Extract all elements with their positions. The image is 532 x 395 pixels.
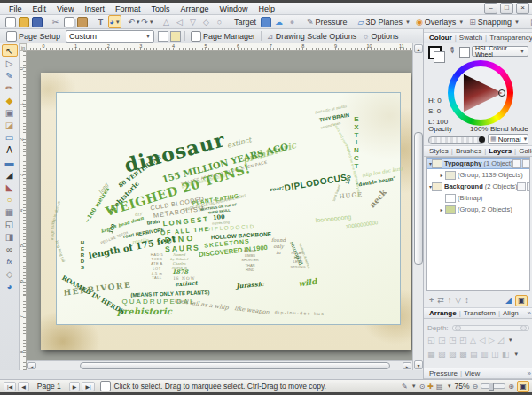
fill-tool[interactable]: ◣	[2, 181, 18, 193]
minimize-button[interactable]: –	[484, 3, 497, 14]
colour-model-select[interactable]: HSL Colour Wheel▼	[472, 46, 528, 57]
flip-v-icon[interactable]: ▷	[489, 336, 495, 345]
page-manager-button[interactable]: Page Manager	[188, 31, 258, 42]
snapping-button[interactable]: ⊞Snapping▼	[466, 18, 522, 27]
overlays-button[interactable]: ◉Overlays▼	[413, 18, 466, 27]
gradient-icon[interactable]: ◢	[505, 296, 512, 305]
zoom-slider-thumb[interactable]	[489, 383, 494, 391]
link-tool[interactable]: ∞	[2, 243, 18, 255]
open-button[interactable]	[18, 16, 29, 27]
move-layer-icon[interactable]: +	[429, 296, 434, 305]
copy-button[interactable]	[63, 16, 74, 27]
previous-page-button[interactable]: ◀	[18, 382, 29, 391]
tab-brushes[interactable]: Brushes	[453, 147, 484, 155]
layer-solo-toggle[interactable]	[522, 159, 530, 168]
break-icon[interactable]: ◧	[502, 350, 510, 359]
quality-icon[interactable]: ▤	[436, 383, 443, 391]
depth-knob-left[interactable]	[455, 325, 461, 331]
paste-button[interactable]	[76, 16, 88, 27]
move-up-icon[interactable]: ◲	[438, 336, 446, 345]
opacity-knob[interactable]	[479, 136, 485, 143]
layer-row[interactable]: ▸(Group, 2 Objects)	[427, 204, 529, 215]
page-colour-swatch[interactable]	[158, 31, 168, 42]
group-objects-icon[interactable]: ▦	[427, 350, 435, 359]
colour-selector-ring[interactable]	[498, 89, 505, 97]
skew-icon[interactable]: ◿	[497, 336, 504, 345]
tab-colour[interactable]: Colour	[426, 34, 455, 42]
undo-button[interactable]: ↶▼	[129, 16, 140, 27]
group-button[interactable]: ◇	[200, 16, 212, 27]
pencil-tool[interactable]: ✏	[2, 81, 18, 94]
vertical-ruler[interactable]: 012345678	[20, 51, 27, 370]
layer-row[interactable]: ▾Typography(1 Object)●	[427, 158, 529, 169]
rotate-button[interactable]: △	[160, 16, 172, 27]
text-style-button[interactable]: T	[95, 16, 106, 27]
page-setup-button[interactable]: Page Setup	[4, 31, 63, 42]
clone-tool[interactable]: ▣	[2, 106, 18, 119]
page-size-combobox[interactable]: Custom▼	[66, 30, 154, 43]
selector-tool[interactable]: ↖	[2, 44, 18, 57]
fx-tool[interactable]: fx	[2, 255, 18, 267]
depth-slider[interactable]	[452, 325, 529, 331]
slice-icon[interactable]: ▥	[481, 350, 489, 359]
vertical-scroll-thumb[interactable]	[414, 132, 423, 265]
target-sync-button[interactable]: ●	[286, 16, 298, 27]
ungroup-objects-icon[interactable]: ▧	[438, 350, 446, 359]
layer-edit-toggle[interactable]	[517, 182, 526, 191]
send-back-icon[interactable]: ◰	[459, 336, 467, 345]
join-icon[interactable]: ◫	[491, 350, 499, 359]
menu-window[interactable]: Window	[214, 4, 253, 13]
document-page[interactable]: dinosaurextinctprehistoric155 MILLION YE…	[41, 73, 411, 350]
tab-gallery[interactable]: Gallery	[516, 147, 532, 155]
blend-mode-select[interactable]: ▦ Normal ▼	[488, 134, 528, 144]
mask-tool[interactable]: ◨	[2, 230, 18, 243]
scroll-down-icon[interactable]: ▾	[414, 360, 423, 369]
target-folder-button[interactable]	[260, 16, 271, 27]
rectangle-tool[interactable]: ▭	[2, 131, 18, 143]
merge-icon[interactable]: ⇄	[437, 296, 444, 305]
menu-tools[interactable]: Tools	[145, 4, 175, 13]
pan-hand-icon[interactable]: ✚	[427, 383, 434, 391]
save-button[interactable]	[31, 16, 43, 27]
filter-icon[interactable]: ▽	[455, 296, 461, 305]
options-button[interactable]: ☼Options	[359, 32, 401, 41]
menu-edit[interactable]: Edit	[27, 4, 52, 13]
layer-row[interactable]: (Bitmap)	[427, 192, 529, 204]
lightbulb-tool[interactable]: ○	[2, 193, 18, 205]
scroll-right-icon[interactable]: ▸	[403, 362, 411, 369]
bring-front-icon[interactable]: ◱	[427, 336, 435, 345]
crop-tool[interactable]: ◱	[2, 218, 18, 230]
menu-insert[interactable]: Insert	[79, 4, 110, 13]
feather-icon[interactable]: ✎	[402, 383, 408, 391]
scroll-up-icon[interactable]: ▴	[414, 44, 423, 53]
zoom-slider[interactable]	[481, 383, 505, 389]
vertical-scrollbar[interactable]: ▴ ▾	[412, 43, 423, 370]
share-tool[interactable]: ◕	[2, 280, 18, 292]
current-colour-swatch[interactable]	[459, 47, 470, 58]
flip-h-icon[interactable]: ◁	[479, 336, 485, 345]
target-cloud-button[interactable]: ☁	[273, 16, 285, 27]
tab-view[interactable]: View	[462, 369, 482, 377]
next-page-button[interactable]: ▶	[69, 382, 81, 391]
zoom-in-icon[interactable]: ⊕	[508, 383, 514, 391]
horizontal-scroll-thumb[interactable]	[80, 362, 390, 369]
scroll-left-icon[interactable]: ◂	[27, 362, 36, 369]
subtract-icon[interactable]: ▩	[459, 350, 467, 359]
flip-horizontal-button[interactable]: ◁	[174, 16, 185, 27]
hsl-colour-wheel[interactable]	[448, 60, 513, 126]
layer-solo-toggle[interactable]	[527, 182, 530, 191]
text-tool[interactable]: A	[2, 143, 18, 156]
tab-styles[interactable]: Styles	[426, 147, 451, 155]
layer-row[interactable]: ▸(Group, 1139 Objects)	[427, 169, 529, 181]
canvas-pasteboard[interactable]: dinosaurextinctprehistoric155 MILLION YE…	[27, 51, 412, 370]
first-page-button[interactable]: |◀	[4, 382, 16, 391]
layer-row[interactable]: ▾Background(2 Objects)●	[427, 181, 529, 192]
combine-icon[interactable]: ▨	[449, 350, 457, 359]
rotate-left-icon[interactable]: △	[470, 336, 476, 345]
eyedropper-tool[interactable]: ◢	[2, 168, 18, 181]
menu-view[interactable]: View	[51, 4, 79, 13]
opacity-slider[interactable]	[428, 136, 485, 144]
properties-icon[interactable]: ▣	[515, 295, 528, 306]
tab-layers[interactable]: Layers	[486, 147, 514, 155]
intersect-icon[interactable]: ▤	[470, 350, 478, 359]
